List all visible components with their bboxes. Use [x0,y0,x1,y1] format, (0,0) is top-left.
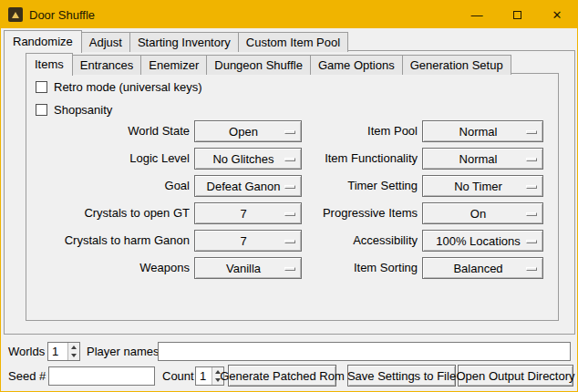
dropdown-indicator-icon [284,158,295,161]
goal-dropdown[interactable]: Defeat Ganon [194,175,302,197]
logic-level-label: Logic Level [28,148,190,170]
item-functionality-value: Normal [459,152,507,166]
timer-setting-dropdown[interactable]: No Timer [422,175,543,197]
world-state-label: World State [28,120,190,142]
dropdown-indicator-icon [284,130,295,134]
crystals-harm-ganon-value: 7 [240,234,255,248]
count-value: 1 [196,367,212,385]
accessibility-value: 100% Locations [436,234,530,248]
crystals-open-gt-value: 7 [240,207,255,221]
tab-adjust[interactable]: Adjust [81,32,130,52]
item-pool-value: Normal [459,125,507,139]
worlds-value: 1 [48,343,67,360]
save-settings-button[interactable]: Save Settings to File [347,365,456,387]
tab-custom-item-pool[interactable]: Custom Item Pool [238,32,348,52]
titlebar[interactable]: Door Shuffle — ✕ [1,1,577,28]
item-sorting-label: Item Sorting [302,257,418,279]
shopsanity-label: Shopsanity [54,103,112,117]
logic-level-value: No Glitches [212,152,283,166]
player-names-label: Player names [87,345,159,358]
progressive-items-label: Progressive Items [302,202,418,224]
tab-generation-setup[interactable]: Generation Setup [402,55,511,75]
dropdown-indicator-icon [526,267,537,271]
window: Door Shuffle — ✕ Randomize Adjust Starti… [0,0,578,392]
weapons-value: Vanilla [226,262,270,275]
timer-setting-label: Timer Setting [302,175,418,197]
dropdown-indicator-icon [284,185,295,189]
dropdown-indicator-icon [526,240,537,243]
outer-tab-bar: Randomize Adjust Starting Inventory Cust… [4,30,347,52]
dropdown-indicator-icon [526,185,537,189]
dropdown-indicator-icon [526,212,537,216]
count-label: Count [162,369,194,383]
tab-randomize[interactable]: Randomize [4,30,82,53]
close-button[interactable]: ✕ [537,1,577,28]
tab-enemizer[interactable]: Enemizer [140,55,207,75]
window-title: Door Shuffle [29,8,95,22]
minimize-icon: — [471,8,483,22]
progressive-items-dropdown[interactable]: On [422,202,543,224]
timer-setting-value: No Timer [454,180,511,193]
shopsanity-row: Shopsanity [36,102,112,117]
tab-dungeon-shuffle[interactable]: Dungeon Shuffle [206,55,311,75]
accessibility-label: Accessibility [302,230,418,252]
open-output-directory-button[interactable]: Open Output Directory [458,365,573,387]
worlds-label: Worlds [8,345,45,358]
worlds-spin-down-button[interactable] [68,352,79,361]
minimize-button[interactable]: — [457,1,497,28]
retro-mode-label: Retro mode (universal keys) [54,80,202,94]
shopsanity-checkbox[interactable] [36,104,47,116]
accessibility-dropdown[interactable]: 100% Locations [422,230,543,252]
item-functionality-label: Item Functionality [302,148,418,170]
seed-input[interactable] [48,366,155,386]
dropdown-indicator-icon [284,212,295,216]
world-state-dropdown[interactable]: Open [194,120,302,142]
close-icon: ✕ [552,8,563,22]
tab-starting-inventory[interactable]: Starting Inventory [129,32,239,52]
worlds-spin-buttons [67,343,79,360]
logic-level-dropdown[interactable]: No Glitches [194,148,302,170]
tab-entrances[interactable]: Entrances [72,55,142,75]
worlds-spin-up-button[interactable] [68,343,79,352]
weapons-dropdown[interactable]: Vanilla [194,257,302,279]
dropdown-indicator-icon [284,267,295,271]
progressive-items-value: On [470,207,495,221]
crystals-open-gt-label: Crystals to open GT [28,202,190,224]
tab-game-options[interactable]: Game Options [310,55,403,75]
retro-mode-checkbox[interactable] [36,81,47,93]
tab-items[interactable]: Items [26,53,73,76]
inner-tab-bar: Items Entrances Enemizer Dungeon Shuffle… [26,53,511,75]
goal-value: Defeat Ganon [207,180,290,193]
app-icon [8,7,23,22]
world-state-value: Open [229,125,267,139]
dropdown-indicator-icon [526,158,537,161]
weapons-label: Weapons [28,257,190,279]
generate-patched-rom-button[interactable]: Generate Patched Rom [228,365,336,387]
item-pool-dropdown[interactable]: Normal [422,120,543,142]
player-names-input[interactable] [158,342,571,361]
item-sorting-dropdown[interactable]: Balanced [422,257,543,279]
worlds-spinbox[interactable]: 1 [47,342,80,361]
item-pool-label: Item Pool [302,120,418,142]
dropdown-indicator-icon [526,130,537,134]
maximize-button[interactable] [497,1,537,28]
crystals-open-gt-dropdown[interactable]: 7 [194,202,302,224]
seed-label: Seed # [8,369,46,383]
retro-mode-row: Retro mode (universal keys) [36,79,202,94]
item-functionality-dropdown[interactable]: Normal [422,148,543,170]
dropdown-indicator-icon [284,240,295,243]
crystals-harm-ganon-dropdown[interactable]: 7 [194,230,302,252]
window-controls: — ✕ [457,1,577,28]
goal-label: Goal [28,175,190,197]
crystals-harm-ganon-label: Crystals to harm Ganon [28,230,190,252]
item-sorting-value: Balanced [453,262,511,275]
maximize-icon [513,11,521,19]
